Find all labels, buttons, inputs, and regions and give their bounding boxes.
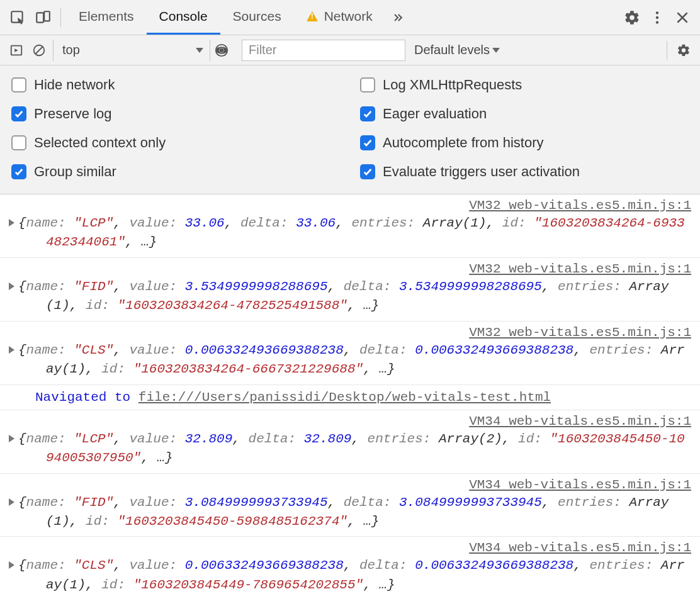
device-toolbar-icon[interactable] [30,5,55,30]
setting-label: Evaluate triggers user activation [383,164,580,180]
setting-label: Eager evaluation [383,106,487,122]
inspect-element-icon[interactable] [5,5,30,30]
svg-marker-9 [14,48,18,52]
checkbox[interactable] [360,135,375,150]
checkbox[interactable] [360,164,375,179]
context-label: top [62,43,80,57]
execution-context-selector[interactable]: top [53,40,210,61]
checkbox[interactable] [11,106,26,121]
panel-tabs: Elements Console Sources Network [66,0,385,35]
console-log-entry: VM34 web-vitals.es5.min.js:1{name: "CLS"… [0,537,700,594]
kebab-menu-icon[interactable] [645,5,670,30]
setting-autocomplete-history[interactable]: Autocomplete from history [350,128,691,157]
checkbox[interactable] [11,164,26,179]
navigation-message: Navigated to file:///Users/panissidi/Des… [0,385,700,410]
svg-rect-1 [37,13,43,22]
live-expression-icon[interactable] [210,39,233,62]
log-source-link[interactable]: VM32 web-vitals.es5.min.js:1 [9,198,691,213]
nav-prefix: Navigated to [35,390,138,405]
log-levels-selector[interactable]: Default levels [414,43,500,57]
svg-point-3 [656,11,658,14]
expand-object-icon[interactable] [9,219,14,227]
setting-label: Hide network [34,77,115,93]
clear-console-icon[interactable] [28,39,50,62]
svg-line-11 [36,47,43,53]
setting-selected-context-only[interactable]: Selected context only [9,128,350,157]
log-source-link[interactable]: VM34 web-vitals.es5.min.js:1 [9,414,691,429]
tab-label: Console [159,9,208,24]
setting-group-similar[interactable]: Group similar [9,157,350,186]
tab-sources[interactable]: Sources [220,0,294,35]
expand-object-icon[interactable] [9,498,14,506]
logged-object[interactable]: {name: "CLS", value: 0.00633249366938823… [18,556,691,594]
tab-network[interactable]: Network [294,0,385,35]
checkbox[interactable] [360,77,375,92]
expand-object-icon[interactable] [9,283,14,290]
setting-label: Selected context only [34,135,166,151]
setting-label: Log XMLHttpRequests [383,77,522,93]
settings-gear-icon[interactable] [619,5,645,30]
setting-eager-eval[interactable]: Eager evaluation [350,99,691,128]
setting-evaluate-user-activation[interactable]: Evaluate triggers user activation [350,157,691,186]
logged-object[interactable]: {name: "LCP", value: 32.809, delta: 32.8… [18,430,691,468]
expand-object-icon[interactable] [9,561,14,569]
separator [667,41,667,60]
console-output: VM32 web-vitals.es5.min.js:1{name: "LCP"… [0,194,700,594]
levels-label: Default levels [414,43,490,57]
svg-point-16 [220,48,223,52]
setting-hide-network[interactable]: Hide network [9,70,350,99]
logged-object[interactable]: {name: "LCP", value: 33.06, delta: 33.06… [18,214,691,252]
svg-rect-2 [44,11,50,21]
setting-label: Preserve log [34,106,112,122]
svg-point-4 [656,16,658,18]
console-toolbar: top Default levels [0,35,700,65]
expand-object-icon[interactable] [9,435,14,442]
svg-point-5 [656,21,658,23]
console-log-entry: VM32 web-vitals.es5.min.js:1{name: "CLS"… [0,322,700,385]
setting-preserve-log[interactable]: Preserve log [9,99,350,128]
setting-log-xhr[interactable]: Log XMLHttpRequests [350,70,691,99]
warning-icon [307,11,318,21]
devtools-tabbar: Elements Console Sources Network [0,0,700,35]
log-source-link[interactable]: VM34 web-vitals.es5.min.js:1 [9,541,691,555]
checkbox[interactable] [11,77,26,92]
logged-object[interactable]: {name: "FID", value: 3.5349999998288695,… [18,277,691,316]
console-filter-input[interactable] [242,40,405,61]
chevron-down-icon [492,48,500,53]
console-log-entry: VM34 web-vitals.es5.min.js:1{name: "FID"… [0,474,700,537]
nav-url[interactable]: file:///Users/panissidi/Desktop/web-vita… [138,390,551,405]
log-source-link[interactable]: VM32 web-vitals.es5.min.js:1 [9,325,691,340]
console-log-entry: VM32 web-vitals.es5.min.js:1{name: "LCP"… [0,194,700,258]
log-source-link[interactable]: VM32 web-vitals.es5.min.js:1 [9,262,691,276]
console-settings-panel: Hide network Log XMLHttpRequests Preserv… [0,65,700,194]
separator [60,8,61,27]
tab-label: Sources [233,9,281,24]
console-settings-gear-icon[interactable] [672,39,695,62]
setting-label: Autocomplete from history [383,135,544,151]
tab-label: Network [324,9,373,24]
console-log-entry: VM34 web-vitals.es5.min.js:1{name: "LCP"… [0,410,700,474]
checkbox[interactable] [360,106,375,121]
tab-console[interactable]: Console [147,0,220,35]
expand-object-icon[interactable] [9,346,14,354]
logged-object[interactable]: {name: "FID", value: 3.0849999993733945,… [18,493,691,532]
console-log-entry: VM32 web-vitals.es5.min.js:1{name: "FID"… [0,258,700,322]
log-source-link[interactable]: VM34 web-vitals.es5.min.js:1 [9,478,691,492]
tab-elements[interactable]: Elements [66,0,147,35]
more-tabs-icon[interactable] [385,0,410,35]
chevron-down-icon [196,48,203,53]
setting-label: Group similar [34,164,116,180]
toggle-sidebar-icon[interactable] [5,39,28,62]
checkbox[interactable] [11,135,26,150]
logged-object[interactable]: {name: "CLS", value: 0.00633249366938823… [18,341,691,379]
tab-label: Elements [79,9,134,24]
close-devtools-icon[interactable] [670,5,695,30]
